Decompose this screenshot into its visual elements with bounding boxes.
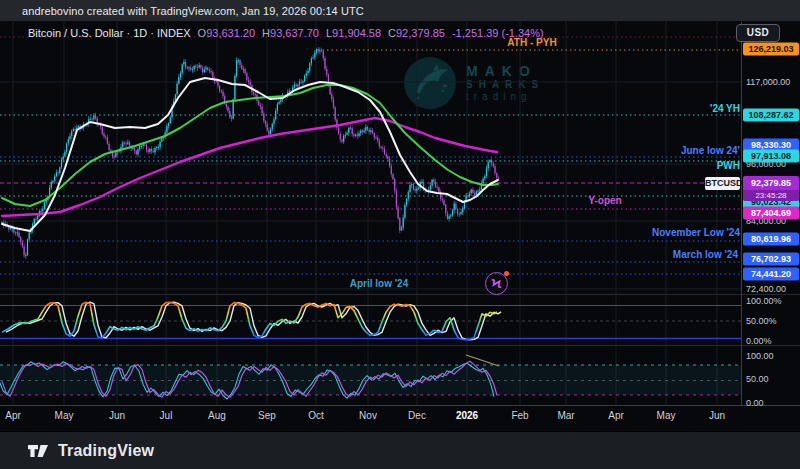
ohlc-field-value: 93,631.20 [206, 27, 255, 39]
ohlc-field-value: 91,904.58 [332, 27, 381, 39]
drawn-trendline [466, 355, 499, 366]
ohlc-field-value: 93,637.70 [270, 27, 319, 39]
symbol-info-line[interactable]: Bitcoin / U.S. Dollar · 1D · INDEXO93,63… [28, 27, 544, 39]
price-change: -1,251.39 (-1.34%) [452, 27, 544, 39]
flash-pattern-icon[interactable]: Ϟ [485, 272, 508, 295]
ohlc-field-key: O [198, 27, 207, 39]
tradingview-chart-window: MAKO SHARKS trading andrebovino created … [0, 0, 800, 469]
tradingview-logo-icon[interactable] [27, 443, 49, 459]
lightning-glyph: Ϟ [492, 276, 502, 291]
last-price-value: 92,379.85 [743, 176, 799, 190]
ma-fast-line [2, 78, 498, 231]
currency-toggle-button[interactable]: USD [736, 24, 780, 42]
ohlc-field-key: C [388, 27, 396, 39]
ohlc-field-value: 92,379.85 [396, 27, 445, 39]
ohlc-field-key: H [262, 27, 270, 39]
price-chart-canvas[interactable] [0, 0, 800, 469]
footer-bar: TradingView [0, 431, 800, 469]
footer-brand-text: TradingView [58, 442, 154, 460]
last-price-badge: 92,379.85 23:45:28 [743, 176, 799, 201]
notification-dot [504, 271, 509, 276]
symbol-title[interactable]: Bitcoin / U.S. Dollar · 1D · INDEX [28, 27, 191, 39]
bar-countdown: 23:45:28 [743, 190, 799, 201]
symbol-axis-badge: BTCUSD [705, 177, 740, 190]
candlestick-series [1, 47, 499, 259]
